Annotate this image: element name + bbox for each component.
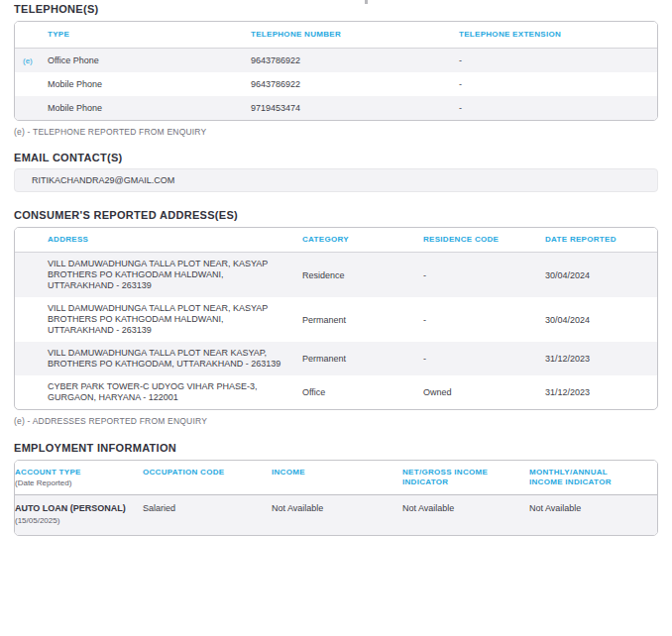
monthly-annual-income-indicator: Not Available bbox=[529, 503, 657, 513]
table-row: VILL DAMUWADHUNGA TALLA PLOT NEAR, KASYA… bbox=[15, 253, 657, 297]
table-row: Mobile Phone 9719453474 - bbox=[15, 96, 657, 120]
email-row: RITIKACHANDRA29@GMAIL.COM bbox=[14, 168, 658, 192]
table-row: Mobile Phone 9643786922 - bbox=[15, 72, 657, 96]
table-row: AUTO LOAN (PERSONAL) (15/05/2025) Salari… bbox=[15, 495, 657, 535]
column-header-address: ADDRESS bbox=[48, 235, 302, 245]
occupation-code: Salaried bbox=[143, 503, 272, 513]
telephones-table: TYPE TELEPHONE NUMBER TELEPHONE EXTENSIO… bbox=[14, 21, 658, 121]
table-row: (e) Office Phone 9643786922 - bbox=[15, 49, 657, 72]
date-reported: 30/04/2024 bbox=[545, 270, 657, 280]
addresses-table-header: ADDRESS CATEGORY RESIDENCE CODE DATE REP… bbox=[15, 228, 657, 253]
account-type: AUTO LOAN (PERSONAL) bbox=[15, 503, 143, 514]
column-header-occupation-code: OCCUPATION CODE bbox=[143, 468, 242, 477]
column-header-telephone-number: TELEPHONE NUMBER bbox=[251, 30, 459, 40]
emails-section-title: EMAIL CONTACT(S) bbox=[14, 137, 658, 163]
report-content: TELEPHONE(S) TYPE TELEPHONE NUMBER TELEP… bbox=[14, 0, 658, 536]
column-header-date-reported: DATE REPORTED bbox=[545, 235, 657, 245]
column-header-monthly-annual-income-indicator: MONTHLY/ANNUAL INCOME INDICATOR bbox=[529, 468, 628, 487]
column-header-telephone-extension: TELEPHONE EXTENSION bbox=[459, 30, 657, 40]
phone-type: Mobile Phone bbox=[48, 103, 251, 113]
email-address: RITIKACHANDRA29@GMAIL.COM bbox=[32, 175, 174, 185]
employment-table: ACCOUNT TYPE (Date Reported) OCCUPATION … bbox=[14, 460, 658, 536]
address-category: Permanent bbox=[302, 354, 423, 364]
residence-code: - bbox=[423, 315, 545, 325]
column-header-category: CATEGORY bbox=[302, 235, 423, 245]
net-gross-income-indicator: Not Available bbox=[402, 503, 529, 513]
residence-code: - bbox=[423, 354, 545, 364]
column-subheader-date-reported: (Date Reported) bbox=[15, 478, 143, 488]
date-reported: 31/12/2023 bbox=[545, 387, 657, 397]
addresses-table: ADDRESS CATEGORY RESIDENCE CODE DATE REP… bbox=[14, 227, 658, 410]
telephones-footnote: (e) - TELEPHONE REPORTED FROM ENQUIRY bbox=[14, 127, 658, 137]
address-text: VILL DAMUWADHUNGA TALLA PLOT NEAR, KASYA… bbox=[48, 259, 283, 291]
phone-extension: - bbox=[459, 79, 657, 89]
phone-type: Office Phone bbox=[48, 55, 251, 65]
phone-extension: - bbox=[459, 103, 657, 113]
address-text: VILL DAMUWADHUNGA TALLA PLOT NEAR, KASYA… bbox=[48, 303, 283, 336]
date-reported: 30/04/2024 bbox=[545, 315, 657, 325]
residence-code: Owned bbox=[423, 387, 545, 397]
table-row: VILL DAMUWADHUNGA TALLA PLOT NEAR KASYAP… bbox=[15, 342, 657, 375]
income: Not Available bbox=[272, 503, 402, 513]
phone-type: Mobile Phone bbox=[48, 79, 251, 89]
address-category: Permanent bbox=[302, 315, 423, 325]
addresses-section-title: CONSUMER'S REPORTED ADDRESS(ES) bbox=[14, 192, 658, 221]
phone-number: 9719453474 bbox=[251, 103, 459, 113]
column-header-account-type: ACCOUNT TYPE bbox=[15, 468, 114, 477]
telephones-table-header: TYPE TELEPHONE NUMBER TELEPHONE EXTENSIO… bbox=[15, 22, 657, 49]
phone-extension: - bbox=[459, 55, 657, 65]
account-date-reported: (15/05/2025) bbox=[15, 516, 143, 525]
employment-section-title: EMPLOYMENT INFORMATION bbox=[14, 426, 658, 454]
credit-report-page: { "colors": { "accent": "#29a9e0", "head… bbox=[0, 0, 672, 636]
telephones-section-title: TELEPHONE(S) bbox=[14, 0, 658, 15]
employment-table-header: ACCOUNT TYPE (Date Reported) OCCUPATION … bbox=[15, 461, 657, 495]
address-category: Residence bbox=[302, 270, 423, 280]
address-text: CYBER PARK TOWER-C UDYOG VIHAR PHASE-3, … bbox=[48, 381, 283, 403]
date-reported: 31/12/2023 bbox=[545, 354, 657, 364]
table-row: VILL DAMUWADHUNGA TALLA PLOT NEAR, KASYA… bbox=[15, 297, 657, 342]
phone-number: 9643786922 bbox=[251, 79, 459, 89]
column-header-net-gross-income-indicator: NET/GROSS INCOME INDICATOR bbox=[402, 468, 502, 487]
residence-code: - bbox=[423, 270, 545, 280]
addresses-footnote: (e) - ADDRESSES REPORTED FROM ENQUIRY bbox=[14, 416, 658, 426]
address-text: VILL DAMUWADHUNGA TALLA PLOT NEAR KASYAP… bbox=[48, 348, 283, 370]
enquiry-marker: (e) bbox=[15, 56, 48, 65]
table-row: CYBER PARK TOWER-C UDYOG VIHAR PHASE-3, … bbox=[15, 375, 657, 409]
column-header-income: INCOME bbox=[272, 468, 371, 477]
address-category: Office bbox=[302, 387, 423, 397]
column-header-residence-code: RESIDENCE CODE bbox=[423, 235, 545, 245]
phone-number: 9643786922 bbox=[251, 55, 459, 65]
column-header-type: TYPE bbox=[48, 30, 251, 40]
